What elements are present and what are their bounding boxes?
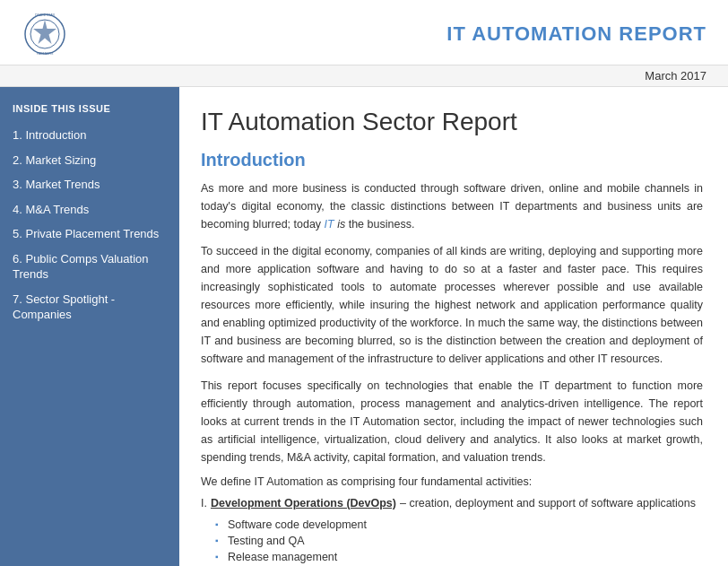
section-heading: Introduction bbox=[201, 150, 703, 170]
svg-text:DRAKE STAR: DRAKE STAR bbox=[35, 13, 56, 17]
bullet-item: Testing and QA bbox=[215, 533, 703, 549]
svg-marker-2 bbox=[33, 20, 56, 44]
page-wrapper: DRAKE STAR PARTNERS IT AUTOMATION REPORT… bbox=[0, 0, 728, 566]
sidebar-item-ma-trends[interactable]: 4. M&A Trends bbox=[13, 197, 167, 222]
highlight-text: IT bbox=[325, 218, 334, 231]
header-title: IT AUTOMATION REPORT bbox=[446, 22, 706, 46]
bullet-item: Release management bbox=[215, 549, 703, 565]
define-text: We define IT Automation as comprising fo… bbox=[201, 475, 703, 488]
sidebar-item-market-sizing[interactable]: 2. Market Sizing bbox=[13, 148, 167, 173]
bullet-list-devops: Software code development Testing and QA… bbox=[215, 517, 703, 565]
sidebar-item-public-comps[interactable]: 6. Public Comps Valuation Trends bbox=[13, 247, 167, 287]
date-text: March 2017 bbox=[645, 69, 706, 83]
svg-text:PARTNERS: PARTNERS bbox=[37, 52, 54, 56]
paragraph-2: To succeed in the digital economy, compa… bbox=[201, 242, 703, 368]
category-label-1: Development Operations (DevOps) bbox=[211, 497, 396, 509]
sidebar-item-sector-spotlight[interactable]: 7. Sector Spotlight - Companies bbox=[13, 287, 167, 327]
sidebar: INSIDE THIS ISSUE 1. Introduction 2. Mar… bbox=[0, 87, 179, 566]
bullet-item: Software code development bbox=[215, 517, 703, 533]
logo-area: DRAKE STAR PARTNERS bbox=[22, 11, 68, 57]
sidebar-item-introduction[interactable]: 1. Introduction bbox=[13, 123, 167, 148]
category-devops: I. Development Operations (DevOps) – cre… bbox=[201, 497, 703, 509]
paragraph-3: This report focuses specifically on tech… bbox=[201, 377, 703, 466]
report-title: IT Automation Sector Report bbox=[201, 107, 703, 137]
date-bar: March 2017 bbox=[0, 65, 728, 87]
category-numeral-1: I. bbox=[201, 497, 207, 509]
category-desc-1: – creation, deployment and support of so… bbox=[400, 497, 696, 509]
content-area: INSIDE THIS ISSUE 1. Introduction 2. Mar… bbox=[0, 87, 728, 566]
sidebar-item-private-placement[interactable]: 5. Private Placement Trends bbox=[13, 222, 167, 247]
paragraph-1: As more and more business is conducted t… bbox=[201, 179, 703, 233]
logo-icon: DRAKE STAR PARTNERS bbox=[22, 11, 68, 57]
sidebar-item-market-trends[interactable]: 3. Market Trends bbox=[13, 172, 167, 197]
main-content: IT Automation Sector Report Introduction… bbox=[179, 87, 728, 566]
header: DRAKE STAR PARTNERS IT AUTOMATION REPORT bbox=[0, 0, 728, 65]
sidebar-heading: INSIDE THIS ISSUE bbox=[13, 103, 167, 114]
